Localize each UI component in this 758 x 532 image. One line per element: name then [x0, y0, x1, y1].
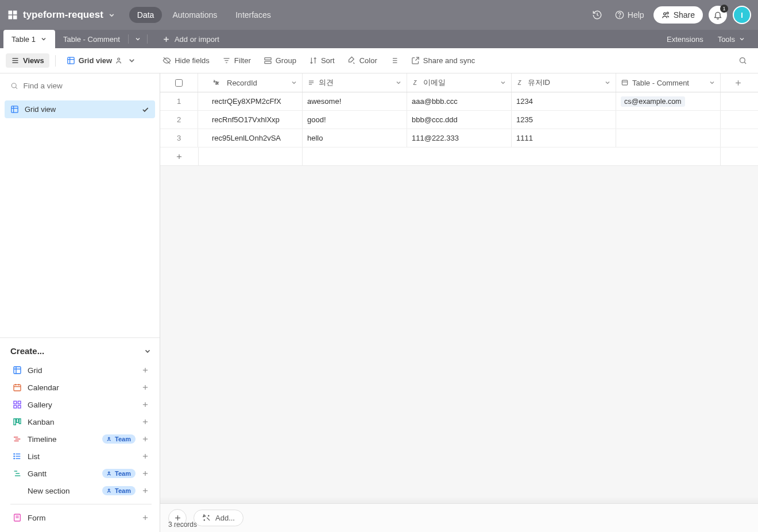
- tables-bar: Table 1 Table - Comment Add or import Ex…: [0, 30, 758, 48]
- cell-opinion[interactable]: hello: [303, 129, 407, 147]
- table-tab-more[interactable]: [129, 30, 147, 48]
- gantt-icon: [13, 469, 22, 478]
- plus-icon[interactable]: [141, 383, 149, 391]
- select-all-checkbox[interactable]: [160, 73, 198, 92]
- user-avatar[interactable]: I: [733, 6, 751, 24]
- column-header-comment[interactable]: Table - Comment: [616, 73, 721, 92]
- cell-userid[interactable]: 1235: [512, 111, 616, 129]
- create-timeline-row[interactable]: TimelineTeam: [10, 430, 152, 448]
- current-view-button[interactable]: Grid view: [61, 53, 142, 68]
- notification-badge: 1: [720, 5, 728, 13]
- cell-opinion[interactable]: awesome!: [303, 92, 407, 110]
- cell-comment[interactable]: [616, 129, 721, 147]
- chevron-down-icon[interactable]: [108, 11, 115, 19]
- column-header-opinion[interactable]: 의견: [303, 73, 407, 92]
- plus-icon[interactable]: [141, 435, 149, 443]
- create-kanban-row[interactable]: Kanban: [10, 413, 152, 430]
- extensions-button[interactable]: Extensions: [660, 35, 710, 44]
- find-view-field[interactable]: [24, 81, 149, 90]
- table-row[interactable]: 2recRnf5O17VxhlXxpgood!bbb@ccc.ddd1235: [160, 111, 758, 129]
- create-list-row[interactable]: List: [10, 448, 152, 465]
- timeline-icon: [13, 434, 22, 444]
- notifications-button[interactable]: 1: [709, 6, 727, 24]
- svg-point-3: [667, 12, 668, 14]
- views-button[interactable]: Views: [6, 53, 49, 68]
- table-row[interactable]: 1rectrQEy8XPM2cFfXawesome!aaa@bbb.ccc123…: [160, 92, 758, 111]
- cell-opinion[interactable]: good!: [303, 111, 407, 129]
- column-header-email[interactable]: 이메일: [407, 73, 512, 92]
- column-header-userid[interactable]: 유저ID: [512, 73, 616, 92]
- svg-point-2: [663, 13, 666, 15]
- svg-point-95: [204, 520, 204, 521]
- help-button[interactable]: Help: [612, 8, 648, 22]
- row-height-button[interactable]: [385, 53, 404, 68]
- team-badge: Team: [102, 486, 136, 495]
- history-icon[interactable]: [589, 7, 606, 22]
- svg-rect-29: [11, 106, 18, 112]
- row-number[interactable]: 2: [160, 111, 198, 129]
- create-gantt-row[interactable]: GanttTeam: [10, 465, 152, 482]
- chevron-down-icon: [144, 347, 152, 355]
- svg-rect-49: [14, 419, 16, 425]
- find-view-input[interactable]: [0, 73, 160, 98]
- plus-icon[interactable]: [141, 452, 149, 460]
- cell-comment[interactable]: [616, 111, 721, 129]
- create-form-row[interactable]: Form: [10, 509, 152, 526]
- add-menu-button[interactable]: Add...: [194, 510, 243, 526]
- add-or-import-button[interactable]: Add or import: [154, 30, 227, 48]
- cell-email[interactable]: aaa@bbb.ccc: [407, 92, 512, 110]
- base-logo-icon: [7, 9, 18, 21]
- base-name[interactable]: typeform-request: [23, 9, 103, 21]
- svg-point-57: [109, 437, 110, 439]
- create-gallery-row[interactable]: Gallery: [10, 396, 152, 413]
- hide-fields-button[interactable]: Hide fields: [157, 53, 215, 68]
- plus-icon[interactable]: [141, 366, 149, 374]
- svg-point-25: [740, 58, 745, 63]
- nav-tab-data[interactable]: Data: [129, 7, 163, 23]
- plus-icon[interactable]: [141, 487, 149, 495]
- add-column-button[interactable]: [721, 73, 755, 92]
- list-icon: [13, 452, 22, 461]
- svg-rect-17: [265, 58, 271, 60]
- create-section-row[interactable]: New sectionTeam: [10, 482, 152, 499]
- cell-recordid[interactable]: recRnf5O17VxhlXxp: [198, 111, 303, 129]
- cell-email[interactable]: bbb@ccc.ddd: [407, 111, 512, 129]
- add-row-inline[interactable]: [160, 147, 758, 166]
- svg-line-28: [16, 87, 17, 89]
- group-button[interactable]: Group: [258, 53, 301, 68]
- tools-button[interactable]: Tools: [711, 35, 752, 44]
- row-number[interactable]: 1: [160, 92, 198, 110]
- sort-button[interactable]: Sort: [304, 53, 340, 68]
- create-header[interactable]: Create...: [10, 346, 152, 356]
- plus-icon[interactable]: [141, 401, 149, 409]
- table-tab-active[interactable]: Table 1: [3, 30, 55, 48]
- share-button[interactable]: Share: [653, 6, 703, 24]
- nav-tab-automations[interactable]: Automations: [164, 7, 225, 23]
- svg-rect-43: [14, 401, 17, 404]
- sidebar-view-item[interactable]: Grid view: [5, 100, 155, 118]
- plus-icon[interactable]: [141, 418, 149, 426]
- row-number[interactable]: 3: [160, 129, 198, 147]
- svg-rect-45: [14, 405, 17, 408]
- search-button[interactable]: [733, 53, 752, 68]
- create-grid-row[interactable]: Grid: [10, 362, 152, 379]
- nav-tab-interfaces[interactable]: Interfaces: [227, 7, 279, 23]
- filter-button[interactable]: Filter: [217, 53, 256, 68]
- cell-email[interactable]: 111@222.333: [407, 129, 512, 147]
- cell-userid[interactable]: 1234: [512, 92, 616, 110]
- table-row[interactable]: 3rec95LenlLOnh2vSAhello111@222.3331111: [160, 129, 758, 147]
- svg-point-1: [619, 17, 620, 17]
- column-header-recordid[interactable]: fx RecordId: [198, 73, 303, 92]
- plus-icon[interactable]: [141, 469, 149, 477]
- share-sync-button[interactable]: Share and sync: [406, 53, 480, 68]
- grid-header-row: fx RecordId 의견 이메일 유저ID Table -: [160, 73, 758, 92]
- cell-recordid[interactable]: rectrQEy8XPM2cFfX: [198, 92, 303, 110]
- table-tab[interactable]: Table - Comment: [55, 30, 128, 48]
- cell-userid[interactable]: 1111: [512, 129, 616, 147]
- svg-point-63: [14, 453, 14, 454]
- color-button[interactable]: Color: [342, 53, 382, 68]
- plus-icon[interactable]: [141, 514, 149, 522]
- cell-comment[interactable]: cs@example.com: [616, 92, 721, 110]
- cell-recordid[interactable]: rec95LenlLOnh2vSA: [198, 129, 303, 147]
- create-calendar-row[interactable]: Calendar: [10, 379, 152, 396]
